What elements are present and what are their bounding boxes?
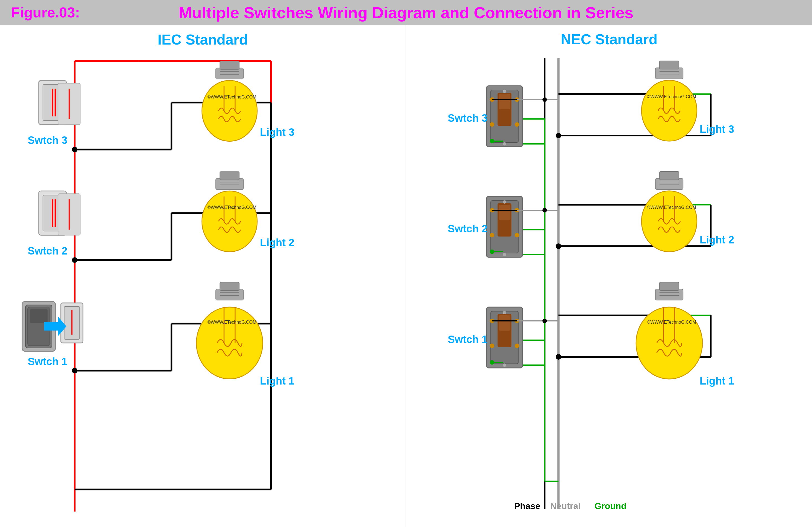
svg-point-128 bbox=[490, 344, 494, 348]
svg-text:©WWW.ETechnoG.COM: ©WWW.ETechnoG.COM bbox=[207, 205, 256, 210]
iec-switch1-label: Swtch 1 bbox=[28, 356, 67, 367]
svg-rect-58 bbox=[220, 282, 239, 290]
svg-text:©WWW.ETechnoG.COM: ©WWW.ETechnoG.COM bbox=[207, 95, 256, 99]
svg-rect-96 bbox=[499, 94, 510, 109]
page-title: Multiple Switches Wiring Diagram and Con… bbox=[178, 3, 634, 22]
svg-point-92 bbox=[556, 354, 561, 360]
svg-rect-126 bbox=[499, 315, 510, 331]
svg-point-156 bbox=[636, 307, 702, 379]
iec-light3-label: Light 3 bbox=[260, 126, 294, 138]
svg-rect-111 bbox=[499, 205, 510, 220]
svg-rect-36 bbox=[30, 309, 48, 323]
iec-switch2-label: Swtch 2 bbox=[28, 245, 67, 257]
nec-diagram: NEC Standard bbox=[406, 25, 812, 527]
svg-text:©WWW.ETechnoG.COM: ©WWW.ETechnoG.COM bbox=[647, 94, 696, 99]
svg-point-137 bbox=[542, 319, 547, 323]
iec-light1-label: Light 1 bbox=[260, 375, 294, 387]
svg-point-18 bbox=[72, 147, 77, 152]
svg-point-59 bbox=[196, 307, 263, 379]
svg-point-98 bbox=[490, 122, 494, 127]
svg-rect-57 bbox=[216, 289, 243, 300]
iec-diagram: IEC Standard bbox=[0, 25, 406, 527]
svg-rect-155 bbox=[659, 282, 679, 290]
iec-light2-label: Light 2 bbox=[260, 237, 294, 249]
iec-switch3-label: Swtch 3 bbox=[28, 134, 67, 146]
svg-text:©WWW.ETechnoG.COM: ©WWW.ETechnoG.COM bbox=[647, 320, 696, 325]
svg-text:©WWW.ETechnoG.COM: ©WWW.ETechnoG.COM bbox=[647, 205, 696, 210]
svg-point-113 bbox=[490, 233, 494, 237]
svg-rect-139 bbox=[659, 61, 679, 69]
svg-point-122 bbox=[542, 208, 547, 212]
svg-rect-42 bbox=[220, 61, 239, 70]
svg-point-100 bbox=[514, 122, 519, 127]
nec-light3-label: Light 3 bbox=[700, 123, 734, 135]
svg-point-130 bbox=[514, 344, 519, 348]
svg-point-133 bbox=[503, 363, 506, 367]
nec-switch3-label: Swtch 3 bbox=[448, 112, 488, 124]
svg-point-132 bbox=[503, 311, 506, 314]
svg-point-102 bbox=[503, 90, 506, 93]
nec-switch1-label: Swtch 1 bbox=[448, 334, 488, 345]
legend-ground: Ground bbox=[594, 501, 626, 511]
svg-text:©WWW.ETechnoG.COM: ©WWW.ETechnoG.COM bbox=[207, 320, 256, 325]
svg-point-91 bbox=[556, 243, 561, 249]
svg-point-115 bbox=[514, 233, 519, 237]
nec-switch2-label: Swtch 2 bbox=[448, 223, 488, 235]
nec-light1-label: Light 1 bbox=[700, 375, 734, 387]
svg-point-19 bbox=[72, 257, 77, 263]
svg-point-118 bbox=[503, 253, 506, 256]
nec-panel: NEC Standard bbox=[406, 25, 812, 527]
svg-rect-50 bbox=[220, 171, 239, 180]
svg-rect-147 bbox=[659, 171, 679, 180]
svg-point-117 bbox=[503, 200, 506, 204]
svg-point-107 bbox=[542, 97, 547, 102]
legend-phase: Phase bbox=[514, 501, 540, 511]
svg-point-103 bbox=[503, 142, 506, 146]
figure-label: Figure.03: bbox=[11, 4, 80, 21]
svg-point-90 bbox=[556, 133, 561, 138]
legend-neutral: Neutral bbox=[550, 501, 581, 511]
svg-point-20 bbox=[72, 368, 77, 374]
header: Figure.03: Multiple Switches Wiring Diag… bbox=[0, 0, 812, 25]
nec-title: NEC Standard bbox=[561, 31, 657, 47]
main-content: IEC Standard bbox=[0, 25, 812, 527]
iec-panel: IEC Standard bbox=[0, 25, 406, 527]
iec-title: IEC Standard bbox=[158, 32, 248, 48]
nec-light2-label: Light 2 bbox=[700, 234, 734, 246]
